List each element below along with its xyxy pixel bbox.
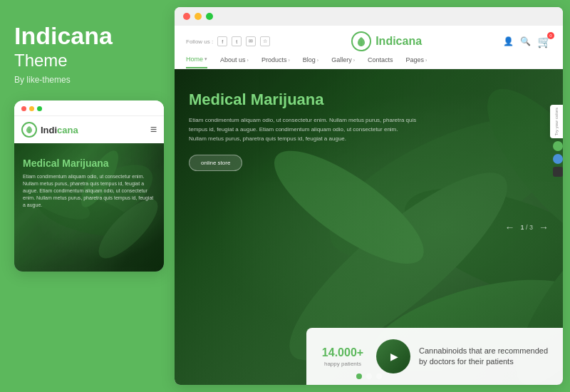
left-panel: Indicana Theme By like-themes I <box>0 0 175 392</box>
user-icon[interactable]: 👤 <box>503 36 514 47</box>
mobile-nav: Indicana ≡ <box>14 116 164 143</box>
hero-text: Etiam condimentum aliquam odio, ut conse… <box>189 116 417 143</box>
stat-label: happy patients <box>318 361 368 367</box>
slide-dot-1[interactable] <box>356 373 362 379</box>
mobile-logo: Indicana <box>21 122 78 138</box>
nav-blog[interactable]: Blog › <box>303 56 318 68</box>
mobile-window-dots <box>21 106 42 111</box>
nav-products[interactable]: Products › <box>261 56 290 68</box>
try-colors-group: Try your colors <box>550 105 563 138</box>
nav-about-label: About us <box>220 56 246 63</box>
next-slide-button[interactable]: → <box>539 222 549 233</box>
cart-icon[interactable]: 🛒 0 <box>537 35 551 48</box>
mobile-logo-icon <box>21 122 37 138</box>
swatch-dark[interactable] <box>553 167 563 177</box>
logo-text-highlight: cana <box>396 35 422 47</box>
hero-cta-button[interactable]: online store <box>189 155 242 171</box>
nav-blog-arrow: › <box>317 58 318 63</box>
slide-counter: 1 / 3 <box>520 224 533 231</box>
social-star[interactable]: ☆ <box>260 36 270 46</box>
swatch-green[interactable] <box>553 141 563 151</box>
mobile-dot-red <box>21 106 26 111</box>
nav-blog-label: Blog <box>303 56 316 63</box>
mobile-logo-text: Indicana <box>41 125 78 135</box>
header-icons: 👤 🔍 🛒 0 <box>503 35 551 48</box>
nav-products-arrow: › <box>288 58 289 63</box>
hero-title-highlight: Marijuana <box>251 91 324 108</box>
desktop-logo-text: Indicana <box>375 35 422 48</box>
hero-nav-arrows: ← 1 / 3 → <box>504 222 549 233</box>
nav-gallery[interactable]: Gallery › <box>331 56 355 68</box>
info-stat: 14.000+ happy patients <box>318 346 368 367</box>
mobile-hero-title-text: Medical <box>23 158 62 169</box>
nav-about[interactable]: About us › <box>220 56 249 68</box>
mobile-hero-title-highlight: Marijuana <box>62 158 108 169</box>
play-icon: ▶ <box>390 351 398 362</box>
desktop-mockup: Follow us : f t ✉ ☆ Indicana <box>175 7 563 385</box>
mobile-dot-yellow <box>29 106 34 111</box>
social-twitter[interactable]: t <box>232 36 242 46</box>
nav-pages-label: Pages <box>406 56 425 63</box>
nav-home-label: Home <box>186 56 203 63</box>
info-card: 14.000+ happy patients ▶ Cannabinoids th… <box>306 328 563 385</box>
nav-contacts-label: Contacts <box>368 56 393 63</box>
video-thumb[interactable]: ▶ <box>376 339 410 373</box>
leaf-icon <box>25 125 33 134</box>
prev-slide-button[interactable]: ← <box>504 222 514 233</box>
nav-about-arrow: › <box>247 58 249 63</box>
color-swatches-panel: Try your colors <box>550 105 563 177</box>
mobile-hero-content: Medical Marijuana Etiam condimentum aliq… <box>14 143 164 217</box>
hamburger-icon[interactable]: ≡ <box>150 123 157 136</box>
desktop-hero: Medical Marijuana Etiam condimentum aliq… <box>175 69 563 385</box>
hero-title-text: Medical <box>189 91 251 108</box>
mobile-logo-highlight: cana <box>57 125 78 135</box>
stat-number: 14.000+ <box>318 346 368 359</box>
mobile-mockup: Indicana ≡ Medical Marijuana Etiam condi <box>14 100 164 272</box>
mobile-hero: Medical Marijuana Etiam condimentum aliq… <box>14 143 164 272</box>
slide-current: 1 <box>520 224 524 231</box>
info-description: Cannabinoids that are recommended by doc… <box>419 346 551 368</box>
nav-gallery-label: Gallery <box>331 56 352 63</box>
theme-subtitle: Theme <box>14 51 160 71</box>
hero-title: Medical Marijuana <box>189 91 549 109</box>
desktop-logo: Indicana <box>351 31 422 51</box>
nav-products-label: Products <box>261 56 287 63</box>
desktop-nav: Home ▾ About us › Products › Blog › Gall… <box>186 56 551 68</box>
search-icon[interactable]: 🔍 <box>520 36 532 47</box>
social-email[interactable]: ✉ <box>246 36 256 46</box>
follow-us-section: Follow us : f t ✉ ☆ <box>186 36 270 46</box>
desktop-title-bar <box>175 7 563 26</box>
nav-pages[interactable]: Pages › <box>406 56 428 68</box>
swatch-blue[interactable] <box>553 154 563 164</box>
nav-contacts[interactable]: Contacts <box>368 56 393 68</box>
cart-count: 0 <box>547 32 554 39</box>
desktop-dot-red <box>183 13 190 20</box>
hero-content: Medical Marijuana Etiam condimentum aliq… <box>175 69 563 185</box>
mobile-title-bar <box>14 100 164 116</box>
slide-dot-3[interactable] <box>376 373 382 379</box>
slide-total: / 3 <box>526 224 533 231</box>
nav-home[interactable]: Home ▾ <box>186 56 207 68</box>
slide-dot-2[interactable] <box>366 373 372 379</box>
social-facebook[interactable]: f <box>217 36 227 46</box>
desktop-header-top: Follow us : f t ✉ ☆ Indicana <box>186 31 551 51</box>
desktop-dot-yellow <box>195 13 202 20</box>
desktop-header: Follow us : f t ✉ ☆ Indicana <box>175 26 563 69</box>
follow-label: Follow us : <box>186 38 213 45</box>
nav-pages-arrow: › <box>425 58 427 63</box>
logo-text-before: Indi <box>375 35 395 47</box>
logo-leaf-icon <box>356 36 367 47</box>
mobile-dot-green <box>37 106 42 111</box>
mobile-hero-text: Etiam condimentum aliquam odio, ut conse… <box>23 173 155 208</box>
slide-dots <box>356 373 382 379</box>
nav-home-arrow: ▾ <box>204 56 207 62</box>
desktop-logo-icon <box>351 31 371 51</box>
theme-title: Indicana <box>14 23 160 49</box>
nav-gallery-arrow: › <box>353 58 355 63</box>
mobile-logo-before: Indi <box>41 125 57 135</box>
try-colors-label: Try your colors <box>554 108 559 135</box>
mobile-hero-title: Medical Marijuana <box>23 158 155 169</box>
desktop-dot-green <box>206 13 213 20</box>
by-line: By like-themes <box>14 75 160 85</box>
